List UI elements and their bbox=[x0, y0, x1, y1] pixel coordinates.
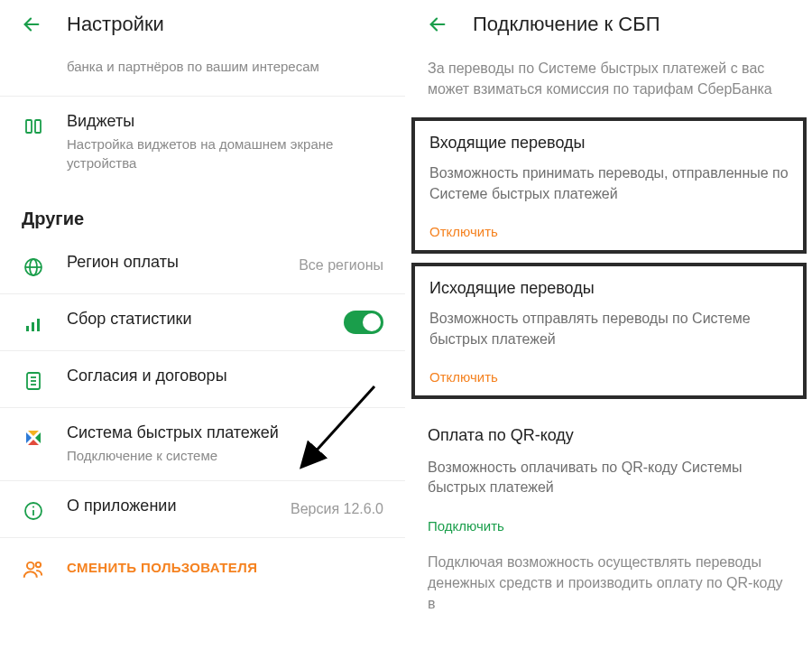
svg-rect-2 bbox=[35, 120, 41, 133]
row-offers-partial[interactable]: банка и партнёров по вашим интересам bbox=[0, 49, 405, 96]
incoming-disable-button[interactable]: Отключить bbox=[429, 224, 789, 239]
sbp-connect-pane: Подключение к СБП За переводы по Системе… bbox=[406, 0, 812, 650]
svg-point-21 bbox=[36, 562, 41, 566]
globe-icon bbox=[22, 255, 45, 279]
users-icon bbox=[22, 558, 45, 581]
back-icon[interactable] bbox=[428, 14, 448, 34]
about-title: О приложении bbox=[67, 496, 283, 516]
consents-title: Согласия и договоры bbox=[67, 366, 383, 386]
svg-rect-7 bbox=[32, 322, 34, 331]
row-region[interactable]: Регион оплаты Все регионы bbox=[0, 237, 405, 293]
right-header: Подключение к СБП bbox=[406, 0, 812, 49]
sbp-intro: За переводы по Системе быстрых платежей … bbox=[406, 49, 812, 117]
region-title: Регион оплаты bbox=[67, 252, 291, 273]
svg-point-20 bbox=[27, 562, 34, 569]
svg-marker-13 bbox=[26, 432, 32, 443]
incoming-title: Входящие переводы bbox=[429, 134, 789, 153]
outgoing-disable-button[interactable]: Отключить bbox=[429, 369, 789, 385]
widgets-icon bbox=[22, 115, 45, 138]
outgoing-body: Возможность отправлять переводы по Систе… bbox=[429, 309, 789, 349]
widgets-sub: Настройка виджетов на домашнем экране ус… bbox=[67, 135, 383, 172]
left-header: Настройки bbox=[0, 0, 405, 49]
settings-title: Настройки bbox=[67, 13, 164, 36]
svg-rect-8 bbox=[37, 319, 40, 331]
region-value: Все регионы bbox=[299, 257, 383, 274]
widgets-title: Виджеты bbox=[67, 111, 383, 132]
row-about[interactable]: О приложении Версия 12.6.0 bbox=[0, 480, 405, 537]
sbp-connect-title: Подключение к СБП bbox=[473, 13, 660, 36]
card-qr: Оплата по QR-коду Возможность оплачивать… bbox=[406, 408, 812, 548]
row-sbp[interactable]: Система быстрых платежей Подключение к с… bbox=[0, 407, 405, 480]
section-other: Другие bbox=[0, 187, 405, 237]
row-widgets[interactable]: Виджеты Настройка виджетов на домашнем э… bbox=[0, 96, 405, 187]
incoming-body: Возможность принимать переводы, отправле… bbox=[429, 163, 789, 204]
stats-title: Сбор статистики bbox=[67, 309, 344, 330]
sbp-sub: Подключение к системе bbox=[67, 447, 383, 465]
back-icon[interactable] bbox=[22, 14, 42, 34]
qr-connect-button[interactable]: Подключить bbox=[428, 518, 790, 534]
svg-rect-1 bbox=[26, 120, 32, 133]
sbp-title: Система быстрых платежей bbox=[67, 422, 383, 443]
card-outgoing: Исходящие переводы Возможность отправлят… bbox=[411, 263, 807, 399]
settings-pane: Настройки банка и партнёров по вашим инт… bbox=[0, 0, 406, 650]
document-icon bbox=[22, 369, 45, 393]
sbp-footnote: Подключая возможность осуществлять перев… bbox=[406, 548, 812, 615]
row-consents[interactable]: Согласия и договоры bbox=[0, 350, 405, 407]
row-stats[interactable]: Сбор статистики bbox=[0, 293, 405, 350]
offers-sub: банка и партнёров по вашим интересам bbox=[67, 58, 383, 76]
row-switch-user[interactable]: СМЕНИТЬ ПОЛЬЗОВАТЕЛЯ bbox=[0, 537, 405, 598]
switch-user-label: СМЕНИТЬ ПОЛЬЗОВАТЕЛЯ bbox=[67, 560, 257, 575]
qr-body: Возможность оплачивать по QR-коду Систем… bbox=[428, 458, 790, 498]
svg-marker-15 bbox=[28, 431, 39, 436]
stats-switch[interactable] bbox=[344, 311, 383, 334]
bar-chart-icon bbox=[22, 312, 45, 336]
qr-title: Оплата по QR-коду bbox=[428, 426, 790, 445]
svg-marker-16 bbox=[28, 440, 39, 445]
info-icon bbox=[22, 499, 45, 523]
svg-point-19 bbox=[32, 506, 34, 507]
card-incoming: Входящие переводы Возможность принимать … bbox=[411, 117, 807, 254]
about-version: Версия 12.6.0 bbox=[291, 501, 383, 517]
svg-marker-14 bbox=[35, 432, 41, 443]
sbp-icon bbox=[22, 426, 45, 450]
svg-rect-6 bbox=[26, 326, 29, 331]
outgoing-title: Исходящие переводы bbox=[429, 279, 789, 298]
